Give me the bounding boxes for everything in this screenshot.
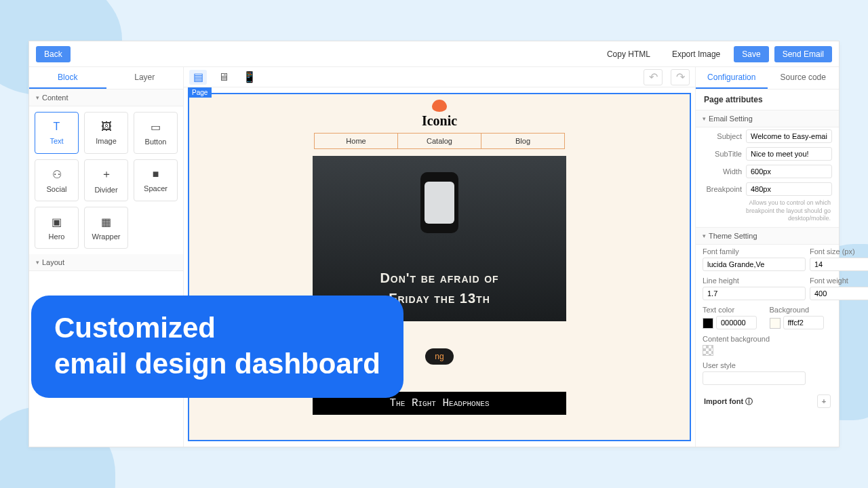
block-divider[interactable]: ＋Divider	[84, 159, 128, 201]
font-family-label: Font family	[703, 247, 806, 256]
block-button[interactable]: ▭Button	[134, 112, 178, 154]
block-spacer[interactable]: ■Spacer	[134, 159, 178, 201]
subtitle-input[interactable]	[746, 147, 832, 161]
group-email-setting[interactable]: ▾Email Setting	[696, 110, 839, 127]
breakpoint-hint: Allows you to control on which breakpoin…	[696, 198, 839, 227]
section-content-label: Content	[42, 94, 68, 102]
wrapper-icon: ▦	[101, 216, 111, 228]
device-mobile[interactable]: 📱	[241, 70, 258, 85]
device-edit[interactable]: ▤	[189, 70, 207, 85]
width-input[interactable]	[746, 165, 832, 178]
subject-label: Subject	[703, 132, 742, 140]
nav-catalog[interactable]: Catalog	[398, 134, 481, 148]
breakpoint-input[interactable]	[746, 182, 832, 196]
line-height-input[interactable]	[703, 287, 806, 300]
page-attributes-title: Page attributes	[696, 89, 839, 110]
block-social[interactable]: ⚇Social	[35, 159, 79, 201]
send-email-button[interactable]: Send Email	[774, 46, 832, 62]
tab-source-code[interactable]: Source code	[768, 67, 840, 89]
font-family-input[interactable]	[703, 258, 806, 271]
section-layout[interactable]: ▾Layout	[29, 254, 183, 271]
overlay-line1: Customized	[54, 310, 380, 346]
block-wrapper[interactable]: ▦Wrapper	[84, 207, 128, 249]
section-layout-label: Layout	[42, 258, 64, 266]
font-weight-input[interactable]	[810, 287, 868, 300]
save-button[interactable]: Save	[734, 46, 768, 62]
font-size-input[interactable]	[810, 258, 868, 271]
line-height-label: Line height	[703, 277, 806, 285]
user-style-input[interactable]	[703, 371, 806, 385]
right-sidebar: Configuration Source code Page attribute…	[695, 67, 839, 447]
social-icon: ⚇	[52, 168, 62, 181]
subtitle-label: SubTitle	[703, 150, 742, 158]
cta-button-partial[interactable]: ng	[425, 348, 453, 365]
width-label: Width	[703, 167, 742, 176]
redo-button[interactable]: ↷	[671, 69, 690, 85]
hero-icon: ▣	[52, 216, 62, 228]
subject-input[interactable]	[746, 129, 832, 143]
breakpoint-label: Breakpoint	[703, 185, 742, 193]
content-bg-label: Content background	[703, 335, 832, 343]
hero-line2: Friday the 13th	[389, 291, 490, 306]
tab-layer[interactable]: Layer	[106, 67, 184, 89]
button-icon: ▭	[151, 121, 161, 134]
text-color-input[interactable]	[716, 316, 757, 329]
nav-home[interactable]: Home	[315, 134, 398, 148]
brand-name: Iconic	[422, 113, 457, 129]
marketing-overlay: Customized email design dashboard	[31, 296, 403, 398]
watch-image	[420, 172, 458, 233]
background-label: Background	[770, 306, 833, 314]
background-input[interactable]	[783, 316, 824, 329]
tab-block[interactable]: Block	[29, 67, 106, 89]
import-font-label: Import font ⓘ	[704, 396, 753, 407]
selection-tag: Page	[188, 87, 212, 98]
section-content[interactable]: ▾Content	[29, 89, 183, 106]
brand-logo-icon	[432, 100, 447, 112]
tab-configuration[interactable]: Configuration	[696, 67, 768, 89]
undo-button[interactable]: ↶	[644, 69, 663, 85]
user-style-label: User style	[703, 361, 832, 369]
block-hero[interactable]: ▣Hero	[35, 207, 79, 249]
overlay-line2: email design dashboard	[54, 346, 380, 382]
image-icon: 🖼	[101, 121, 112, 133]
text-color-label: Text color	[703, 306, 766, 314]
divider-icon: ＋	[101, 167, 112, 182]
content-bg-swatch[interactable]	[703, 345, 713, 356]
spacer-icon: ■	[153, 168, 159, 180]
group-theme-setting[interactable]: ▾Theme Setting	[696, 228, 839, 245]
text-icon: T	[54, 121, 60, 133]
back-button[interactable]: Back	[36, 46, 71, 62]
email-nav: Home Catalog Blog	[314, 133, 565, 149]
block-text[interactable]: TText	[35, 112, 79, 154]
text-color-swatch[interactable]	[703, 318, 713, 329]
device-desktop[interactable]: 🖥	[215, 70, 233, 85]
font-size-label: Font size (px)	[810, 247, 868, 256]
top-toolbar: Back Copy HTML Export Image Save Send Em…	[29, 41, 839, 67]
font-weight-label: Font weight	[810, 277, 868, 285]
import-font-add[interactable]: +	[817, 394, 831, 408]
nav-blog[interactable]: Blog	[481, 134, 564, 148]
background-swatch[interactable]	[770, 318, 781, 329]
copy-html-button[interactable]: Copy HTML	[599, 46, 658, 62]
block-image[interactable]: 🖼Image	[84, 112, 128, 154]
hero-line1: Don't be afraid of	[380, 270, 498, 285]
export-image-button[interactable]: Export Image	[664, 46, 728, 62]
